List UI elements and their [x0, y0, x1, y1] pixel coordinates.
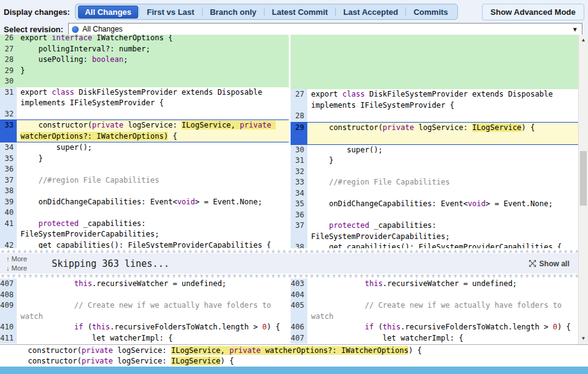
- scroll-down-icon[interactable]: ▼: [579, 334, 588, 343]
- more-down-button[interactable]: ↓More: [6, 264, 27, 273]
- revision-dot-icon: [72, 26, 79, 33]
- tab-first-vs-last[interactable]: First vs Last: [140, 6, 201, 19]
- code-row[interactable]: 409 // Create new if we actually have fo…: [0, 300, 289, 322]
- line-number: 404: [291, 290, 307, 301]
- code-row[interactable]: 33 constructor(private logService: ILogS…: [0, 120, 289, 142]
- tab-last-accepted[interactable]: Last Accepted: [336, 6, 405, 19]
- line-number: 31: [291, 155, 307, 167]
- code-row[interactable]: 405 // Create new if we actually have fo…: [291, 300, 578, 322]
- code-row[interactable]: 30: [0, 76, 289, 87]
- line-number: 406: [291, 322, 307, 333]
- line-number: 30: [291, 145, 307, 156]
- code-row[interactable]: 26export interface IWatcherOptions {: [0, 35, 289, 44]
- code-row[interactable]: 35 onDidChangeCapabilities: Event<void> …: [291, 199, 578, 210]
- scrollbar-thumb[interactable]: [580, 151, 587, 206]
- line-number: 36: [0, 164, 17, 175]
- code-row[interactable]: 37 protected _capabilities: FileSystemPr…: [291, 220, 578, 242]
- code-line: }: [307, 155, 578, 167]
- code-row[interactable]: 407 this.recursiveWatcher = undefined;: [0, 279, 289, 290]
- revision-select[interactable]: All Changes ▼: [68, 23, 582, 35]
- code-row[interactable]: 410 if (this.recursiveFoldersToWatch.len…: [0, 322, 289, 333]
- code-row[interactable]: 33 //#region File Capabilities: [291, 177, 578, 188]
- code-row[interactable]: 42 get capabilities(): FileSystemProvide…: [0, 240, 289, 249]
- show-all-button[interactable]: Show all: [529, 259, 569, 268]
- line-number: 37: [291, 220, 307, 242]
- code-line: if (this.recursiveFoldersToWatch.length …: [307, 322, 578, 333]
- line-number: 27: [0, 44, 17, 55]
- code-row[interactable]: 411 let watcherImpl: {: [0, 333, 289, 344]
- tab-separator: [139, 7, 139, 16]
- line-number: 405: [291, 300, 307, 322]
- code-row[interactable]: 35 }: [0, 154, 289, 165]
- code-row[interactable]: 34: [291, 188, 578, 199]
- code-line: // Create new if we actually have folder…: [17, 300, 289, 322]
- code-row[interactable]: 36: [0, 164, 289, 175]
- code-row[interactable]: 32: [0, 109, 289, 120]
- code-line: [17, 207, 289, 219]
- code-row[interactable]: 27 pollingInterval?: number;: [0, 44, 289, 55]
- scroll-up-icon[interactable]: ▲: [579, 36, 588, 45]
- line-number: 38: [291, 242, 307, 248]
- code-line: let watcherImpl: {: [307, 333, 578, 344]
- bottom-scrollbar[interactable]: [0, 367, 588, 374]
- line-number: 28: [291, 111, 307, 122]
- code-row[interactable]: 38: [0, 186, 289, 197]
- code-row[interactable]: 30 super();: [291, 145, 578, 156]
- vertical-scrollbar[interactable]: ▲ ▼: [578, 35, 588, 344]
- line-number: 410: [0, 322, 17, 333]
- code-line: // Create new if we actually have folder…: [307, 300, 578, 322]
- code-line: [307, 210, 578, 221]
- code-line: get capabilities(): FileSystemProviderCa…: [307, 242, 578, 248]
- code-row[interactable]: 27export class DiskFileSystemProvider ex…: [291, 89, 578, 111]
- line-number: 33: [291, 177, 307, 188]
- code-row[interactable]: 38 get capabilities(): FileSystemProvide…: [291, 242, 578, 248]
- show-advanced-mode-button[interactable]: Show Advanced Mode: [482, 4, 584, 20]
- code-row[interactable]: 28: [291, 111, 578, 122]
- code-line: //#region File Capabilities: [17, 175, 289, 186]
- code-row[interactable]: 31export class DiskFileSystemProvider ex…: [0, 87, 289, 109]
- line-number: 409: [0, 300, 17, 322]
- line-number: 30: [0, 76, 17, 87]
- code-row[interactable]: 403 this.recursiveWatcher = undefined;: [291, 279, 578, 290]
- tab-latest-commit[interactable]: Latest Commit: [265, 6, 335, 19]
- code-row[interactable]: 31 }: [291, 155, 578, 167]
- line-number: 408: [0, 290, 17, 301]
- tab-branch-only[interactable]: Branch only: [203, 6, 263, 19]
- code-row[interactable]: 407 let watcherImpl: {: [291, 333, 578, 344]
- code-row[interactable]: 406 if (this.recursiveFoldersToWatch.len…: [291, 322, 578, 333]
- code-line: export class DiskFileSystemProvider exte…: [17, 87, 289, 109]
- line-number: 41: [0, 219, 17, 240]
- code-line: [307, 290, 578, 301]
- code-row[interactable]: 29 constructor(private logService: ILogS…: [291, 122, 578, 145]
- more-up-button[interactable]: ↑More: [6, 254, 27, 264]
- line-number: 33: [0, 120, 17, 142]
- tab-commits[interactable]: Commits: [406, 6, 455, 19]
- code-row[interactable]: 39 onDidChangeCapabilities: Event<void> …: [0, 197, 289, 208]
- code-line: onDidChangeCapabilities: Event<void> = E…: [307, 199, 578, 210]
- code-line: }: [17, 66, 289, 77]
- line-number: 407: [0, 279, 17, 290]
- line-number: 28: [0, 54, 17, 66]
- line-number: 38: [0, 186, 17, 197]
- code-line: super();: [17, 142, 289, 154]
- chevron-down-icon: ▼: [572, 26, 578, 33]
- code-row[interactable]: 37 //#region File Capabilities: [0, 175, 289, 186]
- display-changes-tabs: All ChangesFirst vs LastBranch onlyLates…: [75, 4, 458, 20]
- line-number: 32: [291, 167, 307, 178]
- torn-edge-top: ▲▲▲▲▲▲▲▲▲▲▲▲▲▲▲▲▲▲▲▲▲▲▲▲▲▲▲▲▲▲▲▲▲▲▲▲▲▲▲▲…: [0, 248, 578, 253]
- code-row[interactable]: 41 protected _capabilities: FileSystemPr…: [0, 219, 289, 240]
- code-row[interactable]: 40: [0, 207, 289, 219]
- code-row[interactable]: 408: [0, 290, 289, 301]
- code-row[interactable]: 404: [291, 290, 578, 301]
- diff-detail-footer: constructor(private logService: ILogServ…: [0, 344, 588, 367]
- footer-code-line: constructor(private logService: ILogServ…: [28, 356, 588, 367]
- code-row[interactable]: 29}: [0, 66, 289, 77]
- code-row[interactable]: 34 super();: [0, 142, 289, 154]
- tab-all-changes[interactable]: All Changes: [78, 6, 138, 19]
- line-number: 34: [0, 142, 17, 154]
- code-row[interactable]: 28 usePolling: boolean;: [0, 54, 289, 66]
- code-row[interactable]: 36: [291, 210, 578, 221]
- top-toolbar: Display changes: All ChangesFirst vs Las…: [0, 0, 588, 35]
- code-line: //#region File Capabilities: [307, 177, 578, 188]
- code-row[interactable]: 32: [291, 167, 578, 178]
